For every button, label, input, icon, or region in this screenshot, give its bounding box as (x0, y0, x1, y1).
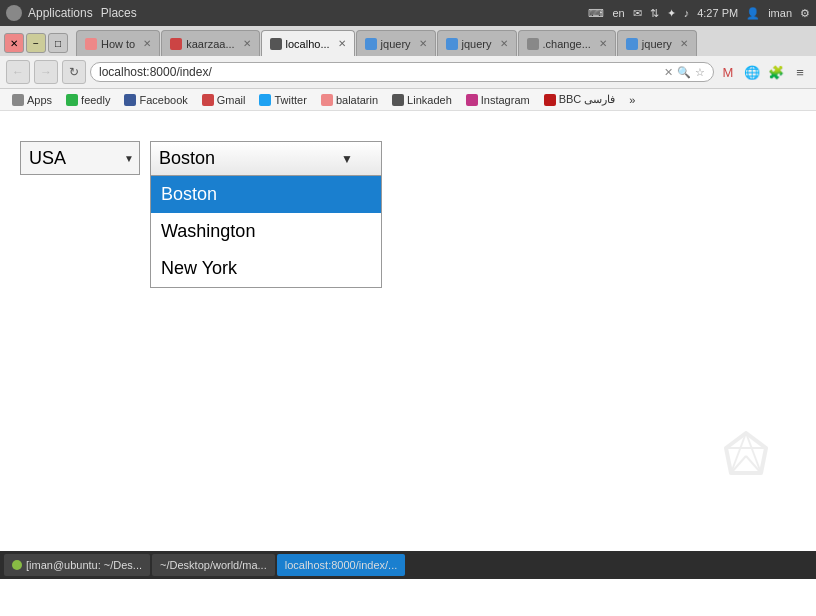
volume-icon: ♪ (684, 7, 690, 19)
bookmark-gmail[interactable]: Gmail (196, 92, 252, 108)
gmail-nav-icon[interactable]: M (718, 62, 738, 82)
tab-favicon-change (527, 38, 539, 50)
tab-favicon-kaarzaa (170, 38, 182, 50)
address-bar[interactable]: localhost:8000/index/ ✕ 🔍 ☆ (90, 62, 714, 82)
tab-jquery1[interactable]: jquery ✕ (356, 30, 436, 56)
status-item-files[interactable]: ~/Desktop/world/ma... (152, 554, 275, 576)
bm-favicon-linkadeh (392, 94, 404, 106)
globe-icon[interactable]: 🌐 (742, 62, 762, 82)
bm-label-balatarin: balatarin (336, 94, 378, 106)
tab-close-change[interactable]: ✕ (599, 38, 607, 49)
system-bar-right: ⌨ en ✉ ⇅ ✦ ♪ 4:27 PM 👤 iman ⚙ (588, 7, 810, 20)
clock: 4:27 PM (697, 7, 738, 19)
forward-button[interactable]: → (34, 60, 58, 84)
network-icon: ⇅ (650, 7, 659, 20)
tab-label-jquery2: jquery (462, 38, 492, 50)
bm-favicon-balatarin (321, 94, 333, 106)
city-select-header[interactable]: Boston ▼ (150, 141, 382, 176)
bm-favicon-feedly (66, 94, 78, 106)
tab-label-jquery3: jquery (642, 38, 672, 50)
bookmarks-bar: Apps feedly Facebook Gmail Twitter balat… (0, 89, 816, 111)
mail-icon: ✉ (633, 7, 642, 20)
bookmark-twitter[interactable]: Twitter (253, 92, 312, 108)
bookmark-instagram[interactable]: Instagram (460, 92, 536, 108)
city-option-washington[interactable]: Washington (151, 213, 381, 250)
status-label-localhost: localhost:8000/index/... (285, 559, 398, 571)
tab-close-kaarzaa[interactable]: ✕ (243, 38, 251, 49)
city-select-value: Boston (159, 148, 215, 169)
applications-menu[interactable]: Applications (28, 6, 93, 20)
tab-close-localhost[interactable]: ✕ (338, 38, 346, 49)
lang-indicator: en (612, 7, 624, 19)
system-logo-icon (6, 5, 22, 21)
search-icon[interactable]: 🔍 (677, 66, 691, 79)
bookmark-bbc[interactable]: BBC فارسی (538, 91, 622, 108)
tab-close-jquery3[interactable]: ✕ (680, 38, 688, 49)
browser-top: ✕ − □ How to ✕ kaarzaa... ✕ localho... ✕… (0, 26, 816, 56)
menu-button[interactable]: ≡ (790, 62, 810, 82)
keyboard-icon: ⌨ (588, 7, 604, 20)
tabs-row: How to ✕ kaarzaa... ✕ localho... ✕ jquer… (76, 30, 812, 56)
clear-icon[interactable]: ✕ (664, 66, 673, 79)
tab-jquery2[interactable]: jquery ✕ (437, 30, 517, 56)
maximize-button[interactable]: □ (48, 33, 68, 53)
system-bar-left: Applications Places (6, 5, 137, 21)
tab-change[interactable]: .change... ✕ (518, 30, 616, 56)
bm-label-linkadeh: Linkadeh (407, 94, 452, 106)
country-select[interactable]: USA Canada UK (20, 141, 140, 175)
page-content: USA Canada UK ▼ Boston ▼ BostonWashingto… (0, 111, 816, 551)
city-option-boston[interactable]: Boston (151, 176, 381, 213)
status-bar: [iman@ubuntu: ~/Des...~/Desktop/world/ma… (0, 551, 816, 579)
tab-jquery3[interactable]: jquery ✕ (617, 30, 697, 56)
tab-label-kaarzaa: kaarzaa... (186, 38, 234, 50)
tab-favicon-jquery1 (365, 38, 377, 50)
window-controls: ✕ − □ (4, 33, 68, 53)
tab-favicon-jquery3 (626, 38, 638, 50)
selects-row: USA Canada UK ▼ Boston ▼ BostonWashingto… (20, 141, 796, 176)
tab-label-how-to: How to (101, 38, 135, 50)
city-option-new-york[interactable]: New York (151, 250, 381, 287)
bookmark-balatarin[interactable]: balatarin (315, 92, 384, 108)
username: iman (768, 7, 792, 19)
status-label-terminal: [iman@ubuntu: ~/Des... (26, 559, 142, 571)
bm-label-gmail: Gmail (217, 94, 246, 106)
minimize-button[interactable]: − (26, 33, 46, 53)
bookmark-facebook[interactable]: Facebook (118, 92, 193, 108)
tab-favicon-jquery2 (446, 38, 458, 50)
bm-favicon-bbc (544, 94, 556, 106)
tab-close-how-to[interactable]: ✕ (143, 38, 151, 49)
city-select-arrow-icon: ▼ (341, 152, 353, 166)
bm-label-bbc: BBC فارسی (559, 93, 616, 106)
tab-close-jquery1[interactable]: ✕ (419, 38, 427, 49)
bm-label-facebook: Facebook (139, 94, 187, 106)
tab-localhost[interactable]: localho... ✕ (261, 30, 355, 56)
places-menu[interactable]: Places (101, 6, 137, 20)
status-item-terminal[interactable]: [iman@ubuntu: ~/Des... (4, 554, 150, 576)
tab-close-jquery2[interactable]: ✕ (500, 38, 508, 49)
bm-label-twitter: Twitter (274, 94, 306, 106)
bookmark-feedly[interactable]: feedly (60, 92, 116, 108)
bookmark-linkadeh[interactable]: Linkadeh (386, 92, 458, 108)
bm-favicon-instagram (466, 94, 478, 106)
back-button[interactable]: ← (6, 60, 30, 84)
close-button[interactable]: ✕ (4, 33, 24, 53)
bookmark-apps[interactable]: Apps (6, 92, 58, 108)
bm-favicon-facebook (124, 94, 136, 106)
bookmarks-overflow[interactable]: » (623, 92, 641, 108)
country-select-wrapper: USA Canada UK ▼ (20, 141, 140, 175)
address-icons: ✕ 🔍 ☆ (664, 66, 705, 79)
tab-favicon-localhost (270, 38, 282, 50)
system-bar: Applications Places ⌨ en ✉ ⇅ ✦ ♪ 4:27 PM… (0, 0, 816, 26)
status-item-localhost[interactable]: localhost:8000/index/... (277, 554, 406, 576)
settings-icon[interactable]: ⚙ (800, 7, 810, 20)
address-text: localhost:8000/index/ (99, 65, 664, 79)
tab-how-to[interactable]: How to ✕ (76, 30, 160, 56)
bookmark-star-icon[interactable]: ☆ (695, 66, 705, 79)
tab-kaarzaa[interactable]: kaarzaa... ✕ (161, 30, 259, 56)
extension-icon[interactable]: 🧩 (766, 62, 786, 82)
nav-bar: ← → ↻ localhost:8000/index/ ✕ 🔍 ☆ M 🌐 🧩 … (0, 56, 816, 89)
tab-label-jquery1: jquery (381, 38, 411, 50)
bm-favicon-gmail (202, 94, 214, 106)
reload-button[interactable]: ↻ (62, 60, 86, 84)
nav-right-icons: M 🌐 🧩 ≡ (718, 62, 810, 82)
